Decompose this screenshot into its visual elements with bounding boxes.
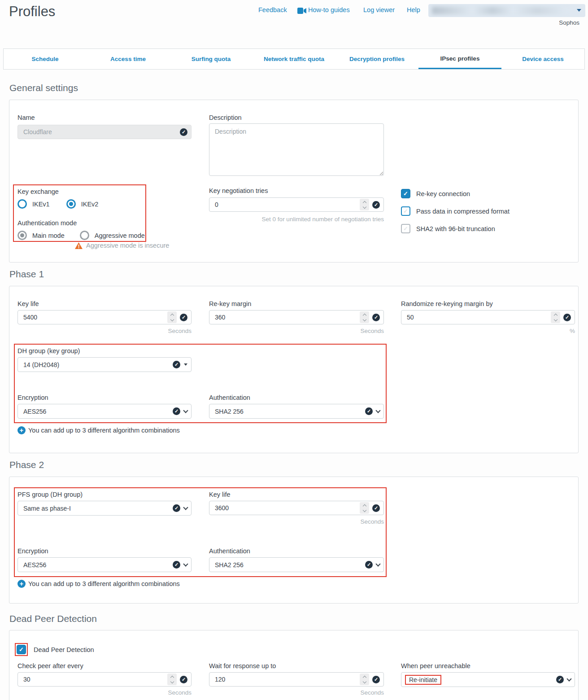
- rekey-connection-checkbox[interactable]: ✓: [401, 189, 410, 198]
- user-account-dropdown[interactable]: [428, 4, 585, 17]
- phase1-key-life-input[interactable]: [23, 314, 167, 321]
- wait-response-input[interactable]: [215, 676, 360, 683]
- tab-bar: Schedule Access time Surfing quota Netwo…: [3, 48, 585, 70]
- phase2-encryption-select[interactable]: AES256 ✓: [17, 557, 192, 572]
- wait-response-field: ✓: [209, 672, 384, 687]
- number-stepper[interactable]: [360, 674, 369, 685]
- valid-check-badge-icon: ✓: [372, 676, 380, 683]
- number-stepper[interactable]: [360, 502, 369, 514]
- rekey-margin-input[interactable]: [215, 314, 360, 321]
- check-peer-label: Check peer after every: [17, 662, 83, 669]
- aggressive-mode-radio[interactable]: [80, 231, 89, 240]
- number-stepper[interactable]: [360, 199, 369, 210]
- seconds-unit: Seconds: [17, 689, 192, 696]
- ikev1-radio[interactable]: [17, 199, 27, 209]
- chevron-down-icon: [577, 9, 581, 12]
- key-exchange-label: Key exchange: [17, 188, 59, 195]
- tab-schedule[interactable]: Schedule: [4, 49, 87, 69]
- phase2-authentication-value: SHA2 256: [215, 561, 365, 569]
- phase1-key-life-label: Key life: [17, 300, 39, 307]
- phase1-authentication-select[interactable]: SHA2 256 ✓: [209, 404, 384, 419]
- phase1-heading: Phase 1: [9, 269, 44, 280]
- pfs-group-label: PFS group (DH group): [17, 491, 83, 498]
- chevron-down-icon: [183, 505, 188, 510]
- feedback-link[interactable]: Feedback: [258, 6, 287, 13]
- peer-unreachable-label: When peer unreachable: [401, 662, 470, 669]
- howto-guides-link[interactable]: How-to guides: [308, 6, 350, 13]
- valid-check-badge-icon: ✓: [180, 128, 187, 136]
- valid-check-badge-icon: ✓: [372, 314, 380, 321]
- main-mode-radio[interactable]: [17, 231, 27, 240]
- brand-label: Sophos: [559, 19, 579, 26]
- log-viewer-link[interactable]: Log viewer: [363, 6, 395, 13]
- check-peer-field: ✓: [17, 672, 192, 687]
- authentication-mode-label: Authentication mode: [17, 219, 77, 227]
- randomize-margin-input[interactable]: [407, 314, 551, 321]
- dropdown-caret-icon: [184, 363, 187, 366]
- dh-group-select[interactable]: 14 (DH2048) ✓: [17, 357, 192, 372]
- name-field: Cloudflare ✓: [17, 125, 192, 139]
- seconds-unit: Seconds: [17, 328, 192, 334]
- valid-check-badge-icon: ✓: [563, 314, 571, 321]
- phase2-key-life-label: Key life: [209, 491, 231, 498]
- phase1-authentication-value: SHA2 256: [215, 408, 365, 415]
- phase2-key-life-field: ✓: [209, 501, 384, 515]
- help-link[interactable]: Help: [407, 6, 420, 13]
- video-camera-icon: [297, 8, 306, 16]
- sha2-truncation-checkbox[interactable]: ✓: [401, 224, 410, 233]
- wait-response-label: Wait for response up to: [209, 662, 276, 669]
- phase2-encryption-label: Encryption: [17, 547, 48, 555]
- phase2-add-note: You can add up to 3 different algorithm …: [28, 580, 180, 587]
- peer-unreachable-select[interactable]: Re-initiate ✓: [401, 672, 575, 687]
- add-combination-icon[interactable]: +: [17, 580, 26, 588]
- highlight-reinitiate-redbox: Re-initiate: [405, 675, 441, 685]
- compressed-format-label: Pass data in compressed format: [416, 208, 510, 215]
- main-mode-label: Main mode: [32, 232, 65, 239]
- aggressive-warning-text: Aggressive mode is insecure: [86, 242, 169, 249]
- tab-decryption-profiles[interactable]: Decryption profiles: [335, 49, 418, 69]
- page-title: Profiles: [9, 4, 55, 20]
- tab-network-traffic-quota[interactable]: Network traffic quota: [253, 49, 335, 69]
- dpd-enable-label: Dead Peer Detection: [34, 646, 94, 653]
- pfs-group-select[interactable]: Same as phase-I ✓: [17, 501, 192, 516]
- valid-check-badge-icon: ✓: [173, 361, 180, 368]
- ikev2-label: IKEv2: [81, 201, 99, 208]
- seconds-unit: Seconds: [209, 328, 384, 334]
- description-label: Description: [209, 114, 242, 121]
- chevron-down-icon: [566, 676, 571, 681]
- number-stepper[interactable]: [167, 674, 177, 685]
- pfs-group-value: Same as phase-I: [23, 505, 173, 512]
- chevron-down-icon: [375, 561, 380, 566]
- phase2-key-life-input[interactable]: [215, 504, 360, 512]
- chevron-down-icon: [183, 408, 188, 413]
- ikev2-radio[interactable]: [66, 199, 76, 209]
- key-negotiation-tries-field: ✓: [209, 197, 384, 212]
- phase1-encryption-value: AES256: [23, 408, 173, 415]
- key-negotiation-tries-input[interactable]: [215, 201, 360, 208]
- name-label: Name: [17, 114, 35, 121]
- check-peer-input[interactable]: [23, 676, 167, 683]
- tab-surfing-quota[interactable]: Surfing quota: [170, 49, 253, 69]
- dpd-heading: Dead Peer Detection: [9, 613, 97, 624]
- number-stepper[interactable]: [551, 311, 560, 323]
- chevron-down-icon: [375, 408, 380, 413]
- number-stepper[interactable]: [360, 311, 369, 323]
- valid-check-badge-icon: ✓: [372, 504, 380, 512]
- number-stepper[interactable]: [167, 311, 177, 323]
- compressed-format-checkbox[interactable]: ✓: [401, 206, 410, 216]
- phase1-encryption-select[interactable]: AES256 ✓: [17, 404, 192, 419]
- aggressive-mode-label: Aggressive mode: [95, 232, 145, 239]
- sha2-truncation-label: SHA2 with 96-bit truncation: [416, 225, 495, 232]
- tab-access-time[interactable]: Access time: [87, 49, 170, 69]
- dh-group-value: 14 (DH2048): [23, 361, 173, 368]
- phase2-authentication-select[interactable]: SHA2 256 ✓: [209, 557, 384, 572]
- dpd-enable-checkbox[interactable]: ✓: [17, 645, 26, 654]
- add-combination-icon[interactable]: +: [17, 426, 26, 434]
- valid-check-badge-icon: ✓: [556, 676, 564, 683]
- chevron-down-icon: [183, 561, 188, 566]
- warning-triangle-icon: [75, 242, 83, 249]
- tab-device-access[interactable]: Device access: [501, 49, 584, 69]
- phase1-panel: Key life ✓ Seconds Re-key margin ✓ Secon…: [9, 286, 579, 453]
- description-field[interactable]: [209, 123, 384, 176]
- tab-ipsec-profiles[interactable]: IPsec profiles: [418, 49, 501, 69]
